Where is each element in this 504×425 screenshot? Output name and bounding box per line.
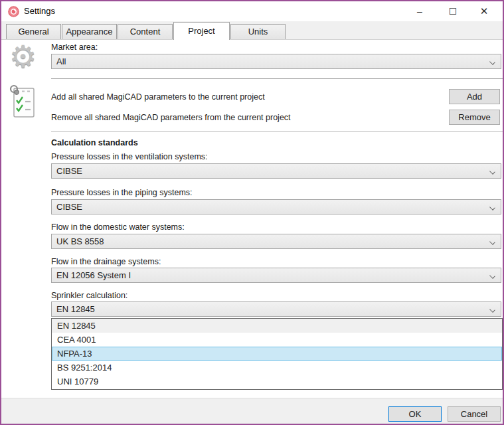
tab-units[interactable]: Units bbox=[230, 24, 286, 39]
chevron-down-icon bbox=[490, 240, 495, 245]
chevron-down-icon bbox=[490, 307, 495, 313]
dropdown-option-nfpa-13[interactable]: NFPA-13 bbox=[52, 347, 502, 361]
separator bbox=[51, 78, 503, 79]
tab-content[interactable]: Content bbox=[118, 24, 173, 39]
maximize-button[interactable]: ☐ bbox=[440, 1, 466, 21]
domestic-water-label: Flow in the domestic water systems: bbox=[51, 222, 185, 232]
piping-pressure-value: CIBSE bbox=[56, 202, 82, 212]
drainage-flow-value: EN 12056 System I bbox=[56, 270, 131, 280]
remove-button[interactable]: Remove bbox=[449, 110, 500, 125]
settings-dialog: Settings – ☐ ✕ General Appearance Conten… bbox=[0, 0, 504, 425]
market-area-value: All bbox=[56, 56, 66, 66]
dropdown-option-cea-4001[interactable]: CEA 4001 bbox=[52, 333, 502, 347]
close-button[interactable]: ✕ bbox=[471, 1, 497, 21]
ventilation-pressure-select[interactable]: CIBSE bbox=[51, 163, 501, 179]
settings-app-icon bbox=[8, 6, 19, 17]
dropdown-option-en-12845[interactable]: EN 12845 bbox=[52, 319, 502, 333]
ok-button[interactable]: OK bbox=[388, 406, 442, 422]
ventilation-pressure-label: Pressure losses in the ventilation syste… bbox=[51, 152, 208, 161]
separator bbox=[51, 131, 503, 132]
drainage-flow-label: Flow in the drainage systems: bbox=[51, 257, 161, 266]
gear-icon: ⚙ bbox=[9, 41, 37, 72]
tab-general[interactable]: General bbox=[6, 24, 61, 39]
dialog-footer: OK Cancel bbox=[1, 398, 503, 424]
dropdown-option-bs-9251[interactable]: BS 9251:2014 bbox=[52, 361, 502, 375]
tab-strip: General Appearance Content Project Units bbox=[1, 21, 503, 40]
drainage-flow-select[interactable]: EN 12056 System I bbox=[51, 268, 501, 283]
sprinkler-dropdown-list: EN 12845 CEA 4001 NFPA-13 BS 9251:2014 U… bbox=[51, 318, 503, 390]
chevron-down-icon bbox=[490, 205, 495, 211]
domestic-water-value: UK BS 8558 bbox=[56, 236, 104, 246]
project-tab-page: ⚙ Market area: All Add all shared MagiCA… bbox=[1, 40, 503, 398]
piping-pressure-label: Pressure losses in the piping systems: bbox=[51, 188, 193, 197]
sprinkler-calculation-label: Sprinkler calculation: bbox=[51, 291, 127, 300]
dropdown-option-uni-10779[interactable]: UNI 10779 bbox=[52, 375, 502, 388]
window-title: Settings bbox=[24, 6, 55, 16]
checklist-icon bbox=[9, 84, 36, 121]
chevron-down-icon bbox=[490, 60, 495, 65]
chevron-down-icon bbox=[490, 169, 495, 175]
add-button[interactable]: Add bbox=[449, 89, 500, 104]
market-area-label: Market area: bbox=[51, 42, 98, 52]
market-area-select[interactable]: All bbox=[51, 54, 501, 69]
sprinkler-calculation-value: EN 12845 bbox=[56, 304, 95, 314]
title-bar: Settings – ☐ ✕ bbox=[1, 1, 503, 21]
tab-project[interactable]: Project bbox=[173, 22, 230, 40]
domestic-water-select[interactable]: UK BS 8558 bbox=[51, 234, 501, 249]
calculation-standards-heading: Calculation standards bbox=[51, 138, 138, 147]
chevron-down-icon bbox=[490, 274, 495, 279]
sprinkler-calculation-select[interactable]: EN 12845 bbox=[51, 301, 501, 317]
ventilation-pressure-value: CIBSE bbox=[56, 166, 82, 176]
cancel-button[interactable]: Cancel bbox=[448, 406, 501, 422]
piping-pressure-select[interactable]: CIBSE bbox=[51, 199, 501, 214]
remove-parameters-text: Remove all shared MagiCAD parameters fro… bbox=[51, 113, 291, 122]
minimize-button[interactable]: – bbox=[406, 1, 433, 21]
tab-appearance[interactable]: Appearance bbox=[62, 24, 117, 39]
add-parameters-text: Add all shared MagiCAD parameters to the… bbox=[51, 92, 265, 102]
